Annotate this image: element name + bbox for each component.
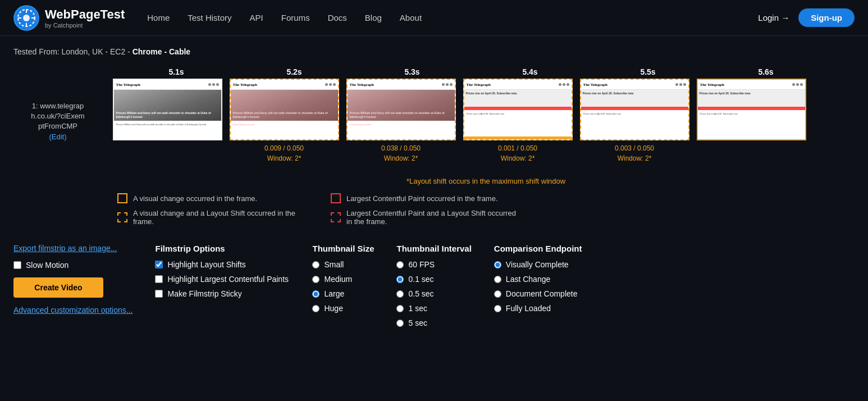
frame-2[interactable]: The Telegraph Princes William and Harry … (226, 79, 342, 163)
endpoint-visually-complete-radio[interactable] (494, 261, 501, 268)
legend-icon-red-solid (331, 193, 341, 203)
legend-section: *Layout shift occurs in the maximum shif… (117, 177, 855, 226)
frame-6[interactable]: The Telegraph Prices rise on April 20. S… (693, 79, 810, 163)
advanced-customization-link[interactable]: Advanced customization options... (13, 306, 133, 315)
time-labels: 5.1s 5.2s 5.3s 5.4s 5.5s 5.6s (117, 67, 855, 76)
frame-thumbnail-4: The Telegraph Prices rise on April 20. S… (463, 79, 573, 140)
interval-05sec-radio[interactable] (396, 290, 404, 298)
comparison-endpoint-title: Comparison Endpoint (494, 244, 584, 253)
nav-right: Login → Sign-up (758, 8, 855, 27)
time-label-4: 5.4s (471, 67, 589, 76)
nav-home[interactable]: Home (147, 13, 170, 22)
svg-point-2 (23, 15, 30, 21)
interval-5sec-row: 5 sec (396, 318, 471, 327)
endpoint-fully-loaded-row: Fully Loaded (494, 304, 584, 313)
comparison-endpoint-panel: Comparison Endpoint Visually Complete La… (494, 244, 584, 318)
endpoint-doc-complete-radio[interactable] (494, 290, 501, 298)
thumbnail-size-panel: Thumbnail Size Small Medium Large Huge (312, 244, 374, 318)
time-label-3: 5.3s (353, 67, 471, 76)
legend-icon-yellow-dashed (117, 212, 127, 222)
frame-3[interactable]: The Telegraph Princes William and Harry … (342, 79, 459, 163)
slow-motion-row: Slow Motion (13, 261, 133, 270)
nav-api[interactable]: API (250, 13, 263, 22)
highlight-layout-shifts-row: Highlight Layout Shifts (155, 260, 290, 269)
logo-icon (13, 5, 39, 31)
nav-forums[interactable]: Forums (281, 13, 310, 22)
highlight-lcp-checkbox[interactable] (155, 275, 163, 283)
size-medium-radio[interactable] (312, 276, 319, 283)
tested-from-prefix: Tested From: London, UK - EC2 - (13, 47, 133, 56)
export-filmstrip-link[interactable]: Export filmstrip as an image... (13, 244, 133, 253)
navigation: WebPageTest by Catchpoint Home Test Hist… (0, 0, 868, 36)
endpoint-fully-loaded-radio[interactable] (494, 305, 501, 312)
tested-from-bold: Chrome - Cable (133, 47, 190, 56)
size-medium-row: Medium (312, 275, 374, 284)
frame-1[interactable]: The Telegraph Princes William and Harry … (109, 79, 226, 163)
filmstrip-options-title: Filmstrip Options (155, 244, 290, 253)
legend-icon-red-dashed (331, 212, 341, 222)
highlight-lcp-row: Highlight Largest Contentful Paints (155, 275, 290, 284)
frames-container: The Telegraph Princes William and Harry … (109, 79, 810, 163)
logo[interactable]: WebPageTest by Catchpoint (13, 5, 125, 31)
login-button[interactable]: Login → (758, 13, 789, 22)
thumbnail-interval-title: Thumbnail Interval (396, 244, 471, 253)
size-large-radio[interactable] (312, 290, 319, 298)
nav-about[interactable]: About (400, 13, 422, 22)
slow-motion-label: Slow Motion (26, 261, 68, 270)
endpoint-last-change-radio[interactable] (494, 276, 501, 283)
frame-thumbnail-2: The Telegraph Princes William and Harry … (230, 79, 339, 140)
time-label-1: 5.1s (117, 67, 235, 76)
signup-button[interactable]: Sign-up (798, 8, 855, 27)
filmstrip-section: 5.1s 5.2s 5.3s 5.4s 5.5s 5.6s 1: www.tel… (13, 67, 855, 163)
legend-item-yellow-dashed: A visual change and a Layout Shift occur… (117, 209, 308, 226)
interval-1sec-radio[interactable] (396, 305, 404, 312)
legend-item-red-solid: Largest Contentful Paint occurred in the… (331, 193, 522, 203)
filmstrip-row: 1: www.telegraph.co.uk/?ciExemptFromCMP … (13, 79, 855, 163)
frame-thumbnail-6: The Telegraph Prices rise on April 20. S… (697, 79, 806, 140)
frame-scores-3: 0.038 / 0.050Window: 2* (381, 143, 421, 163)
frame-5[interactable]: The Telegraph Prices rise on April 20. S… (576, 79, 693, 163)
legend-item-red-dashed: Largest Contentful Paint and a Layout Sh… (331, 209, 522, 226)
time-label-2: 5.2s (235, 67, 353, 76)
thumbnail-interval-panel: Thumbnail Interval 60 FPS 0.1 sec 0.5 se… (396, 244, 471, 333)
slow-motion-checkbox[interactable] (13, 261, 21, 269)
interval-60fps-row: 60 FPS (396, 260, 471, 269)
frame-scores-5: 0.003 / 0.050Window: 2* (615, 143, 654, 163)
size-large-row: Large (312, 289, 374, 298)
main-content: Tested From: London, UK - EC2 - Chrome -… (0, 36, 868, 344)
time-label-5: 5.5s (589, 67, 707, 76)
interval-60fps-radio[interactable] (396, 261, 404, 268)
endpoint-doc-complete-row: Document Complete (494, 289, 584, 298)
interval-01sec-radio[interactable] (396, 276, 404, 283)
frame-thumbnail-3: The Telegraph Princes William and Harry … (346, 79, 456, 140)
frame-thumbnail-5: The Telegraph Prices rise on April 20. S… (580, 79, 689, 140)
filmstrip-options: Filmstrip Options Highlight Layout Shift… (155, 244, 290, 304)
logo-subtitle: by Catchpoint (45, 22, 125, 29)
size-small-row: Small (312, 260, 374, 269)
layout-shift-note: *Layout shift occurs in the maximum shif… (117, 177, 855, 185)
nav-blog[interactable]: Blog (365, 13, 382, 22)
interval-05sec-row: 0.5 sec (396, 289, 471, 298)
row-label-edit[interactable]: (Edit) (49, 133, 66, 141)
highlight-layout-shifts-checkbox[interactable] (155, 261, 163, 268)
frame-scores-4: 0.001 / 0.050Window: 2* (498, 143, 537, 163)
legend-item-yellow-solid: A visual change occurred in the frame. (117, 193, 308, 203)
make-sticky-checkbox[interactable] (155, 290, 163, 298)
interval-01sec-row: 0.1 sec (396, 275, 471, 284)
frame-thumbnail-1: The Telegraph Princes William and Harry … (113, 79, 222, 140)
size-small-radio[interactable] (312, 261, 319, 268)
interval-5sec-radio[interactable] (396, 320, 404, 327)
make-sticky-row: Make Filmstrip Sticky (155, 289, 290, 298)
row-label: 1: www.telegraph.co.uk/?ciExemptFromCMP … (13, 79, 109, 142)
nav-test-history[interactable]: Test History (188, 13, 231, 22)
nav-docs[interactable]: Docs (328, 13, 347, 22)
endpoint-last-change-row: Last Change (494, 275, 584, 284)
create-video-button[interactable]: Create Video (13, 277, 103, 298)
frame-4[interactable]: The Telegraph Prices rise on April 20. S… (459, 79, 576, 163)
endpoint-visually-complete-row: Visually Complete (494, 260, 584, 269)
logo-title: WebPageTest (45, 7, 125, 22)
bottom-section: Export filmstrip as an image... Slow Mot… (13, 244, 855, 333)
thumbnail-size-title: Thumbnail Size (312, 244, 374, 253)
tested-from: Tested From: London, UK - EC2 - Chrome -… (13, 47, 855, 56)
size-huge-radio[interactable] (312, 305, 319, 312)
